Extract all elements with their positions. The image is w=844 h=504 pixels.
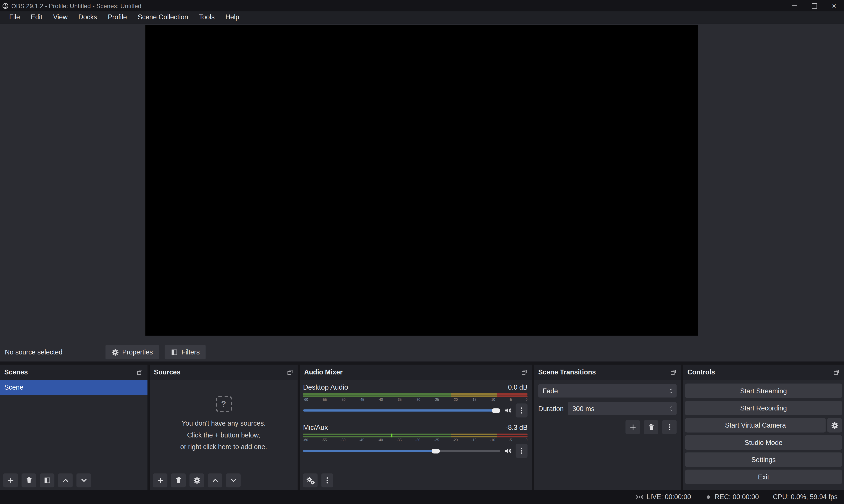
menu-edit[interactable]: Edit xyxy=(25,11,48,23)
scenes-panel-header[interactable]: Scenes xyxy=(0,365,147,380)
combo-arrows-icon xyxy=(669,388,673,394)
transition-menu-button[interactable] xyxy=(662,420,676,434)
meter-peak-indicator xyxy=(391,433,392,437)
start-recording-button[interactable]: Start Recording xyxy=(685,401,842,415)
move-source-down-button[interactable] xyxy=(226,473,241,488)
slider-fill xyxy=(303,409,496,412)
properties-button[interactable]: Properties xyxy=(105,345,159,359)
transition-value: Fade xyxy=(543,387,558,395)
scene-transitions-body: Fade Duration 300 ms xyxy=(534,380,681,490)
scene-transitions-header[interactable]: Scene Transitions xyxy=(534,365,681,380)
channel-name: Mic/Aux xyxy=(303,424,328,432)
menu-docks[interactable]: Docks xyxy=(73,11,102,23)
studio-mode-button[interactable]: Studio Mode xyxy=(685,435,842,450)
remove-source-button[interactable] xyxy=(171,473,186,488)
move-scene-down-button[interactable] xyxy=(76,473,91,488)
menu-file[interactable]: File xyxy=(4,11,25,23)
close-icon: × xyxy=(832,2,836,10)
slider-handle[interactable] xyxy=(492,408,500,413)
live-status: LIVE: 00:00:00 xyxy=(636,493,691,501)
window-controls: × xyxy=(784,0,844,11)
live-status-text: LIVE: 00:00:00 xyxy=(647,493,691,501)
maximize-icon xyxy=(811,3,817,8)
minimize-button[interactable] xyxy=(784,0,804,11)
filters-label: Filters xyxy=(181,348,199,356)
audio-mixer-header[interactable]: Audio Mixer xyxy=(300,365,532,380)
sources-empty-state[interactable]: ? You don't have any sources. Click the … xyxy=(150,380,298,471)
audio-mixer-title: Audio Mixer xyxy=(304,368,342,376)
question-box-icon: ? xyxy=(215,396,232,412)
channel-db-value: -8.3 dB xyxy=(506,424,528,431)
sources-panel-body: ? You don't have any sources. Click the … xyxy=(150,380,298,490)
virtual-camera-config-button[interactable] xyxy=(827,418,842,432)
channel-menu-button[interactable] xyxy=(516,403,528,417)
dock-area: Scenes Scene Sources xyxy=(0,365,844,490)
exit-button[interactable]: Exit xyxy=(685,470,842,484)
spinbox-arrows-icon[interactable] xyxy=(669,406,673,412)
volume-slider[interactable] xyxy=(303,447,500,455)
obs-window: OBS 29.1.2 - Profile: Untitled - Scenes:… xyxy=(0,0,844,504)
popout-icon xyxy=(833,369,840,375)
source-toolbar: No source selected Properties Filters xyxy=(0,344,844,360)
window-title: OBS 29.1.2 - Profile: Untitled - Scenes:… xyxy=(11,2,141,9)
rec-status: REC: 00:00:00 xyxy=(705,493,759,501)
channel-menu-button[interactable] xyxy=(516,444,528,458)
source-properties-button[interactable] xyxy=(189,473,204,488)
add-scene-button[interactable] xyxy=(3,473,18,488)
start-virtual-camera-button[interactable]: Start Virtual Camera xyxy=(685,418,826,432)
advanced-audio-button[interactable] xyxy=(303,473,317,488)
title-bar[interactable]: OBS 29.1.2 - Profile: Untitled - Scenes:… xyxy=(0,0,844,11)
cpu-status: CPU: 0.0%, 59.94 fps xyxy=(773,493,838,501)
transition-select[interactable]: Fade xyxy=(538,384,677,397)
menu-profile[interactable]: Profile xyxy=(102,11,132,23)
scene-list[interactable]: Scene xyxy=(0,380,147,395)
start-streaming-button[interactable]: Start Streaming xyxy=(685,384,842,398)
add-source-button[interactable] xyxy=(153,473,168,488)
mute-speaker-icon[interactable] xyxy=(504,447,512,455)
mute-speaker-icon[interactable] xyxy=(504,407,512,414)
empty-state-line: You don't have any sources. xyxy=(181,418,266,428)
obs-logo-icon xyxy=(2,2,8,9)
menu-help[interactable]: Help xyxy=(220,11,245,23)
filters-button[interactable]: Filters xyxy=(165,345,206,359)
scenes-toolbar xyxy=(0,471,147,490)
mixer-menu-button[interactable] xyxy=(321,473,333,488)
mixer-channel-mic-aux: Mic/Aux -8.3 dB -60-55-50-45-40-35-30-25… xyxy=(303,424,527,458)
settings-button[interactable]: Settings xyxy=(685,452,842,467)
move-scene-up-button[interactable] xyxy=(58,473,73,488)
move-source-up-button[interactable] xyxy=(208,473,222,488)
sources-panel-title: Sources xyxy=(154,368,181,376)
sources-panel: Sources ? You don't have any sources. Cl… xyxy=(150,365,298,490)
mixer-channel-desktop-audio: Desktop Audio 0.0 dB -60-55-50-45-40-35-… xyxy=(303,383,527,417)
audio-mixer-panel: Audio Mixer Desktop Audio 0.0 dB -60-55-… xyxy=(300,365,532,490)
menu-bar: File Edit View Docks Profile Scene Colle… xyxy=(0,11,844,23)
duration-spinbox[interactable]: 300 ms xyxy=(568,402,676,415)
channel-db-value: 0.0 dB xyxy=(508,384,528,391)
preview-canvas[interactable] xyxy=(145,25,698,336)
menu-scene-collection[interactable]: Scene Collection xyxy=(132,11,194,23)
maximize-button[interactable] xyxy=(804,0,824,11)
scene-filters-button[interactable] xyxy=(40,473,54,488)
controls-panel-header[interactable]: Controls xyxy=(683,365,844,380)
slider-handle[interactable] xyxy=(432,448,440,453)
channel-name: Desktop Audio xyxy=(303,383,348,391)
add-transition-button[interactable] xyxy=(626,420,640,434)
volume-meter xyxy=(303,433,527,437)
controls-panel-title: Controls xyxy=(687,368,715,376)
sources-toolbar xyxy=(150,471,298,490)
menu-tools[interactable]: Tools xyxy=(194,11,220,23)
slider-fill xyxy=(303,450,436,452)
duration-label: Duration xyxy=(538,405,564,412)
volume-slider[interactable] xyxy=(303,407,500,414)
volume-meter xyxy=(303,393,527,397)
duration-value: 300 ms xyxy=(573,405,594,412)
properties-label: Properties xyxy=(122,348,153,356)
menu-view[interactable]: View xyxy=(48,11,73,23)
sources-panel-header[interactable]: Sources xyxy=(150,365,298,380)
remove-transition-button[interactable] xyxy=(644,420,658,434)
remove-scene-button[interactable] xyxy=(21,473,36,488)
transition-buttons xyxy=(538,420,677,434)
scene-list-item[interactable]: Scene xyxy=(0,380,147,395)
close-button[interactable]: × xyxy=(824,0,844,11)
empty-state-line: Click the + button below, xyxy=(187,430,260,440)
